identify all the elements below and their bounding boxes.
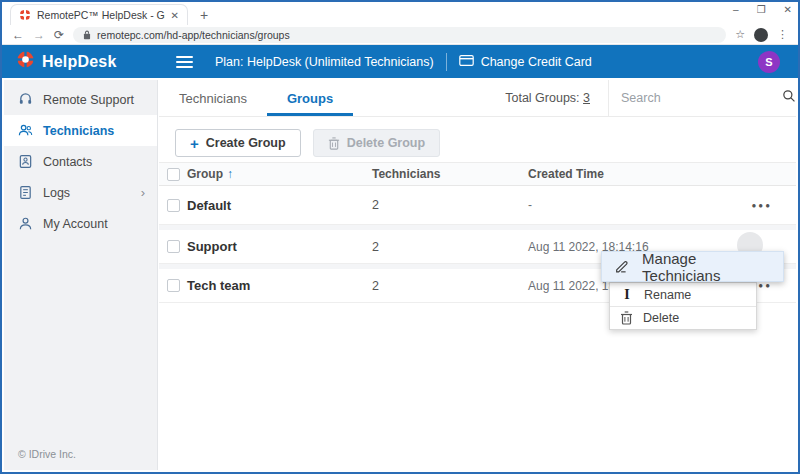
sidebar-item-my-account[interactable]: My Account [4,208,157,239]
text-cursor-icon: I [620,287,634,303]
plan-label: Plan: HelpDesk (Unlimited Technicians) [215,55,434,69]
tab-close-icon[interactable]: ✕ [171,10,179,21]
change-credit-card-label: Change Credit Card [481,55,592,69]
actions-bar: + Create Group Delete Group [159,117,796,157]
browser-profile-avatar[interactable] [754,28,768,42]
menu-item-manage-technicians[interactable]: Manage Technicians [601,251,784,282]
lock-icon [83,26,91,44]
browser-tab[interactable]: RemotePC™ HelpDesk - Groups ✕ [10,4,188,25]
lifebuoy-logo-icon [16,50,35,73]
tab-title: RemotePC™ HelpDesk - Groups [37,9,165,21]
address-bar[interactable]: remotepc.com/hd-app/technicians/groups [73,27,726,43]
total-groups-label: Total Groups: 3 [505,91,608,105]
row-actions-icon[interactable]: ●●● [728,201,772,210]
sort-asc-icon: ↑ [227,167,233,181]
menu-item-delete[interactable]: Delete [610,306,756,329]
browser-menu-icon[interactable]: ⋮ [777,28,788,41]
back-button[interactable]: ← [12,29,24,41]
column-header-created-time[interactable]: Created Time [528,167,728,181]
select-all-checkbox[interactable] [167,168,180,181]
row-checkbox[interactable] [167,240,180,253]
browser-window: RemotePC™ HelpDesk - Groups ✕ + – ❐ ✕ ← … [0,0,800,474]
sidebar-item-label: My Account [43,217,108,231]
trash-icon [328,137,340,150]
sidebar: Remote Support Technicians Contacts Logs… [4,80,158,470]
sidebar-item-label: Technicians [43,124,114,138]
headset-icon [18,92,33,107]
table-header-row: Group↑ Technicians Created Time [159,162,796,186]
delete-group-button[interactable]: Delete Group [313,129,441,157]
sidebar-item-remote-support[interactable]: Remote Support [4,84,157,115]
pencil-icon [614,258,630,275]
search-icon[interactable] [782,89,796,107]
account-icon [18,216,33,231]
remotepc-favicon-icon [19,9,31,21]
change-credit-card-button[interactable]: Change Credit Card [459,55,592,69]
plus-icon: + [190,135,199,152]
tab-technicians[interactable]: Technicians [159,80,267,116]
sidebar-item-logs[interactable]: Logs › [4,177,157,208]
menu-toggle-icon[interactable] [176,56,193,68]
window-controls: – ❐ ✕ [733,4,792,15]
url-text: remotepc.com/hd-app/technicians/groups [97,29,290,41]
search-input[interactable] [621,91,782,105]
trash-icon [620,311,633,325]
forward-button[interactable]: → [33,29,45,41]
logs-icon [18,185,33,200]
create-group-button[interactable]: + Create Group [175,129,301,157]
reload-button[interactable]: ⟳ [54,29,64,41]
window-minimize-button[interactable]: – [733,4,739,15]
browser-tabstrip: RemotePC™ HelpDesk - Groups ✕ + – ❐ ✕ [2,2,798,25]
main-content: Technicians Groups Total Groups: 3 + Cre… [159,80,796,470]
total-groups-count: 3 [583,91,590,105]
column-header-technicians[interactable]: Technicians [372,167,528,181]
user-avatar[interactable]: S [758,51,780,73]
window-restore-button[interactable]: ❐ [757,4,766,15]
tab-groups[interactable]: Groups [267,80,353,116]
new-tab-button[interactable]: + [200,7,208,25]
column-header-group[interactable]: Group↑ [187,167,372,181]
row-checkbox[interactable] [167,279,180,292]
sidebar-item-technicians[interactable]: Technicians [4,115,157,146]
content-tabbar: Technicians Groups Total Groups: 3 [159,80,796,117]
chevron-right-icon: › [141,185,145,200]
technicians-icon [18,123,33,138]
header-divider [446,53,447,71]
sidebar-item-contacts[interactable]: Contacts [4,146,157,177]
helpdesk-logo: HelpDesk [2,50,162,73]
context-menu: I Rename Delete [609,282,757,330]
browser-toolbar: ← → ⟳ remotepc.com/hd-app/technicians/gr… [2,25,798,45]
logo-text: HelpDesk [42,53,117,71]
table-row[interactable]: Default 2 - ●●● [159,186,796,225]
bookmark-star-icon[interactable]: ☆ [735,28,745,41]
sidebar-item-label: Contacts [43,155,92,169]
contacts-icon [18,154,33,169]
credit-card-icon [459,55,474,69]
row-checkbox[interactable] [167,199,180,212]
copyright-text: © IDrive Inc. [18,448,76,460]
menu-item-rename[interactable]: I Rename [610,283,756,306]
sidebar-item-label: Logs [43,186,70,200]
search-box [608,80,796,116]
app-header: HelpDesk Plan: HelpDesk (Unlimited Techn… [2,45,798,78]
window-close-button[interactable]: ✕ [784,4,792,15]
sidebar-item-label: Remote Support [43,93,134,107]
